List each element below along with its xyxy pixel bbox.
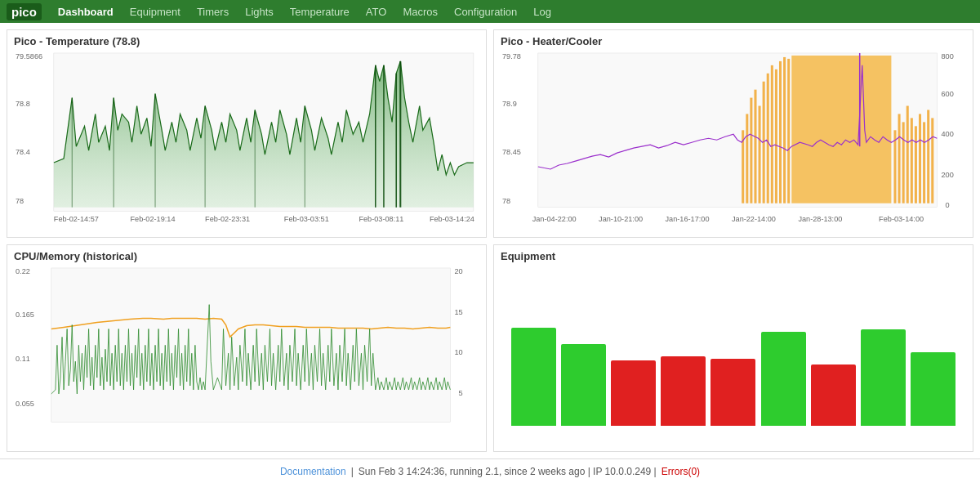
cpu-y-right-2: 10 — [454, 348, 462, 356]
hc-y-right-0: 800 — [941, 52, 953, 60]
temp-x-3: Feb-03-03:51 — [284, 215, 329, 223]
cpu-memory-title: CPU/Memory (historical) — [14, 250, 479, 262]
svg-rect-34 — [931, 118, 933, 203]
cpu-y-left-1: 0.165 — [16, 310, 34, 318]
hc-x-5: Feb-03-14:00 — [879, 215, 924, 223]
hc-y-right-2: 400 — [941, 130, 953, 138]
heater-cooler-svg: 79.78 78.9 78.45 78 800 600 400 200 0 — [501, 49, 966, 228]
temp-y-label-2: 78.4 — [16, 148, 30, 156]
temperature-chart-area: 79.5866 78.8 78.4 78 — [14, 49, 479, 228]
nav-dashboard[interactable]: Dashboard — [51, 4, 120, 20]
hc-x-4: Jan-28-13:00 — [798, 215, 842, 223]
equipment-title: Equipment — [501, 250, 966, 262]
nav-timers[interactable]: Timers — [190, 4, 235, 20]
svg-rect-14 — [750, 98, 752, 203]
cpu-memory-chart-area: 0.22 0.165 0.11 0.055 20 15 10 5 — [14, 264, 479, 443]
svg-rect-31 — [919, 114, 921, 203]
cpu-y-left-2: 0.11 — [16, 355, 30, 363]
hc-y-left-0: 79.78 — [502, 52, 521, 60]
temperature-title: Pico - Temperature (78.8) — [14, 35, 479, 47]
equip-bar-5 — [761, 332, 806, 426]
svg-rect-13 — [746, 114, 748, 203]
svg-rect-18 — [767, 74, 769, 203]
equip-bar-8 — [911, 352, 956, 426]
svg-rect-15 — [754, 90, 756, 203]
nav-temperature[interactable]: Temperature — [283, 4, 356, 20]
temperature-svg: 79.5866 78.8 78.4 78 — [14, 49, 479, 228]
hc-x-1: Jan-10-21:00 — [599, 215, 643, 223]
temp-y-label-3: 78 — [16, 197, 24, 205]
temp-x-4: Feb-03-08:11 — [359, 215, 403, 223]
equip-bar-3 — [661, 356, 706, 426]
svg-rect-30 — [915, 126, 917, 203]
nav-macros[interactable]: Macros — [396, 4, 444, 20]
documentation-link[interactable]: Documentation — [280, 466, 346, 477]
equip-bar-4 — [710, 359, 755, 426]
svg-rect-33 — [927, 110, 929, 203]
hc-y-left-3: 78 — [502, 197, 510, 205]
temp-x-5: Feb-03-14:24 — [430, 215, 474, 223]
footer-errors: Errors(0) — [662, 466, 700, 477]
hc-y-left-2: 78.45 — [502, 148, 521, 156]
temp-y-label-0: 79.5866 — [16, 52, 42, 60]
cpu-y-right-3: 5 — [459, 388, 463, 396]
svg-rect-26 — [898, 114, 901, 203]
svg-rect-19 — [771, 65, 773, 203]
svg-rect-32 — [923, 122, 925, 203]
svg-rect-24 — [791, 56, 891, 203]
temp-x-2: Feb-02-23:31 — [205, 215, 250, 223]
heater-cooler-chart-area: 79.78 78.9 78.45 78 800 600 400 200 0 — [501, 49, 966, 228]
svg-rect-29 — [911, 118, 913, 203]
main-grid: Pico - Temperature (78.8) 79.5866 78.8 7… — [0, 23, 980, 458]
hc-x-3: Jan-22-14:00 — [732, 215, 776, 223]
equip-bar-0 — [511, 328, 556, 426]
footer: Documentation | Sun Feb 3 14:24:36, runn… — [0, 458, 980, 483]
cpu-memory-panel: CPU/Memory (historical) 0.22 0.165 0.11 … — [7, 244, 487, 453]
svg-rect-27 — [902, 122, 905, 203]
cpu-memory-svg: 0.22 0.165 0.11 0.055 20 15 10 5 — [14, 264, 479, 443]
hc-y-left-1: 78.9 — [502, 100, 517, 108]
equipment-panel: Equipment — [493, 244, 973, 453]
hc-x-0: Jan-04-22:00 — [532, 215, 577, 223]
svg-rect-21 — [779, 61, 782, 203]
hc-y-right-4: 0 — [946, 201, 950, 209]
heater-cooler-title: Pico - Heater/Cooler — [501, 35, 966, 47]
equip-bar-7 — [861, 329, 906, 426]
nav-configuration[interactable]: Configuration — [448, 4, 523, 20]
equip-bar-2 — [611, 360, 656, 426]
equipment-bars-area — [501, 264, 966, 443]
equip-bar-6 — [811, 364, 856, 426]
nav-lights[interactable]: Lights — [238, 4, 280, 20]
svg-rect-20 — [775, 69, 777, 203]
nav-ato[interactable]: ATO — [359, 4, 394, 20]
temp-x-1: Feb-02-19:14 — [131, 215, 176, 223]
navbar: pico Dashboard Equipment Timers Lights T… — [0, 0, 980, 23]
svg-rect-23 — [787, 59, 790, 203]
cpu-y-right-0: 20 — [454, 267, 462, 275]
nav-equipment[interactable]: Equipment — [123, 4, 187, 20]
hc-x-2: Jan-16-17:00 — [666, 215, 710, 223]
cpu-y-left-3: 0.055 — [16, 399, 34, 407]
footer-separator-1: | — [351, 466, 354, 477]
temp-y-label-1: 78.8 — [16, 100, 30, 108]
hc-y-right-3: 200 — [941, 171, 953, 179]
svg-rect-22 — [783, 57, 786, 203]
brand-logo: pico — [7, 3, 42, 20]
temperature-panel: Pico - Temperature (78.8) 79.5866 78.8 7… — [7, 29, 487, 238]
temp-x-0: Feb-02-14:57 — [54, 215, 99, 223]
cpu-y-left-0: 0.22 — [16, 267, 30, 275]
cpu-y-right-1: 15 — [454, 307, 462, 315]
svg-rect-36 — [51, 267, 451, 422]
svg-rect-16 — [759, 106, 761, 203]
svg-rect-28 — [906, 106, 909, 203]
footer-status: Sun Feb 3 14:24:36, running 2.1, since 2… — [359, 466, 657, 477]
hc-y-right-1: 600 — [941, 90, 953, 98]
nav-log[interactable]: Log — [527, 4, 558, 20]
equip-bar-1 — [561, 344, 606, 426]
heater-cooler-panel: Pico - Heater/Cooler 79.78 78.9 78.45 78… — [493, 29, 973, 238]
